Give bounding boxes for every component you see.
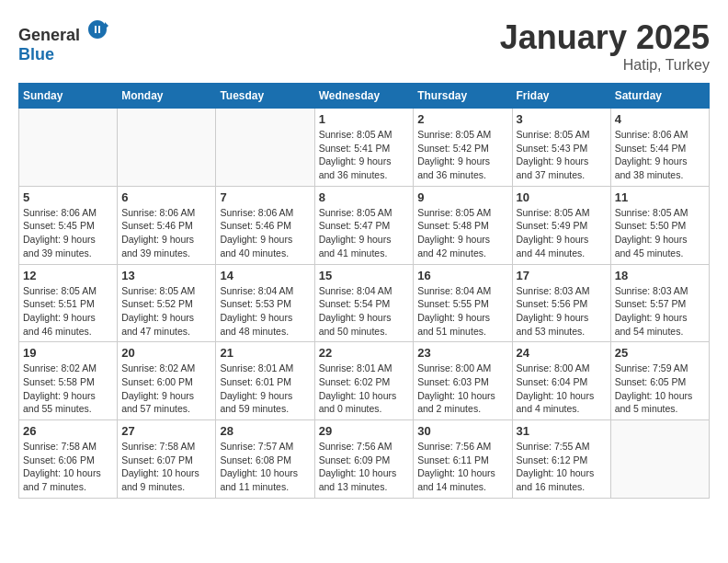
day-info: Sunrise: 8:01 AM Sunset: 6:01 PM Dayligh… (220, 362, 310, 416)
day-info: Sunrise: 7:56 AM Sunset: 6:11 PM Dayligh… (417, 440, 507, 494)
calendar-cell: 27Sunrise: 7:58 AM Sunset: 6:07 PM Dayli… (118, 420, 216, 499)
calendar-cell: 16Sunrise: 8:04 AM Sunset: 5:55 PM Dayli… (414, 264, 512, 342)
day-info: Sunrise: 8:00 AM Sunset: 6:04 PM Dayligh… (517, 362, 607, 416)
calendar-cell: 22Sunrise: 8:01 AM Sunset: 6:02 PM Dayli… (314, 342, 414, 420)
calendar-cell: 23Sunrise: 8:00 AM Sunset: 6:03 PM Dayli… (414, 342, 512, 420)
day-info: Sunrise: 8:05 AM Sunset: 5:49 PM Dayligh… (517, 206, 607, 260)
day-number: 14 (220, 269, 310, 282)
day-info: Sunrise: 8:05 AM Sunset: 5:48 PM Dayligh… (417, 206, 507, 260)
day-info: Sunrise: 7:59 AM Sunset: 6:05 PM Dayligh… (615, 362, 705, 416)
day-info: Sunrise: 7:58 AM Sunset: 6:06 PM Dayligh… (23, 440, 113, 494)
calendar-cell (118, 109, 216, 187)
week-row-0: 1Sunrise: 8:05 AM Sunset: 5:41 PM Daylig… (19, 109, 710, 187)
week-row-4: 26Sunrise: 7:58 AM Sunset: 6:06 PM Dayli… (19, 420, 710, 499)
day-info: Sunrise: 7:55 AM Sunset: 6:12 PM Dayligh… (517, 440, 607, 494)
month-title: January 2025 (500, 18, 710, 57)
title-block: January 2025 Hatip, Turkey (500, 18, 710, 74)
calendar-cell: 25Sunrise: 7:59 AM Sunset: 6:05 PM Dayli… (610, 342, 709, 420)
weekday-header-tuesday: Tuesday (216, 84, 314, 109)
weekday-header-monday: Monday (118, 84, 216, 109)
day-number: 17 (517, 269, 607, 282)
day-info: Sunrise: 8:05 AM Sunset: 5:47 PM Dayligh… (319, 206, 410, 260)
day-info: Sunrise: 8:04 AM Sunset: 5:55 PM Dayligh… (417, 284, 507, 339)
week-row-2: 12Sunrise: 8:05 AM Sunset: 5:51 PM Dayli… (19, 264, 710, 342)
calendar-cell: 7Sunrise: 8:06 AM Sunset: 5:46 PM Daylig… (216, 186, 314, 264)
day-number: 2 (417, 112, 507, 126)
calendar-cell: 10Sunrise: 8:05 AM Sunset: 5:49 PM Dayli… (512, 186, 610, 264)
weekday-header-saturday: Saturday (610, 84, 709, 109)
day-number: 16 (417, 269, 507, 282)
day-info: Sunrise: 7:56 AM Sunset: 6:09 PM Dayligh… (319, 440, 410, 494)
day-info: Sunrise: 8:06 AM Sunset: 5:46 PM Dayligh… (121, 206, 211, 260)
day-info: Sunrise: 8:02 AM Sunset: 6:00 PM Dayligh… (121, 362, 211, 416)
calendar-table: SundayMondayTuesdayWednesdayThursdayFrid… (18, 83, 710, 499)
day-info: Sunrise: 8:01 AM Sunset: 6:02 PM Dayligh… (319, 362, 410, 416)
calendar-cell: 11Sunrise: 8:05 AM Sunset: 5:50 PM Dayli… (610, 186, 709, 264)
day-number: 21 (220, 346, 310, 360)
calendar-cell: 15Sunrise: 8:04 AM Sunset: 5:54 PM Dayli… (314, 264, 414, 342)
day-info: Sunrise: 8:05 AM Sunset: 5:50 PM Dayligh… (615, 206, 705, 260)
calendar-cell: 14Sunrise: 8:04 AM Sunset: 5:53 PM Dayli… (216, 264, 314, 342)
day-info: Sunrise: 8:02 AM Sunset: 5:58 PM Dayligh… (23, 362, 113, 416)
calendar-cell (610, 420, 709, 499)
day-info: Sunrise: 8:00 AM Sunset: 6:03 PM Dayligh… (417, 362, 507, 416)
calendar-cell: 18Sunrise: 8:03 AM Sunset: 5:57 PM Dayli… (610, 264, 709, 342)
day-number: 1 (319, 112, 410, 126)
day-info: Sunrise: 8:06 AM Sunset: 5:45 PM Dayligh… (23, 206, 113, 260)
day-info: Sunrise: 8:03 AM Sunset: 5:56 PM Dayligh… (517, 284, 607, 339)
location-title: Hatip, Turkey (500, 57, 710, 74)
day-number: 9 (417, 190, 507, 204)
calendar-cell: 26Sunrise: 7:58 AM Sunset: 6:06 PM Dayli… (19, 420, 118, 499)
day-number: 23 (417, 346, 507, 360)
calendar-cell: 1Sunrise: 8:05 AM Sunset: 5:41 PM Daylig… (314, 109, 414, 187)
day-number: 15 (319, 269, 410, 282)
day-number: 24 (517, 346, 607, 360)
day-info: Sunrise: 8:05 AM Sunset: 5:42 PM Dayligh… (417, 128, 507, 182)
calendar-cell: 28Sunrise: 7:57 AM Sunset: 6:08 PM Dayli… (216, 420, 314, 499)
page-header: General Blue January 2025 Hatip, Turkey (18, 18, 710, 74)
day-number: 10 (517, 190, 607, 204)
day-number: 3 (517, 112, 607, 126)
day-info: Sunrise: 8:03 AM Sunset: 5:57 PM Dayligh… (615, 284, 705, 339)
day-number: 30 (417, 424, 507, 438)
calendar-cell: 21Sunrise: 8:01 AM Sunset: 6:01 PM Dayli… (216, 342, 314, 420)
day-number: 20 (121, 346, 211, 360)
calendar-cell: 8Sunrise: 8:05 AM Sunset: 5:47 PM Daylig… (314, 186, 414, 264)
weekday-header-sunday: Sunday (19, 84, 118, 109)
day-info: Sunrise: 7:57 AM Sunset: 6:08 PM Dayligh… (220, 440, 310, 494)
calendar-cell: 13Sunrise: 8:05 AM Sunset: 5:52 PM Dayli… (118, 264, 216, 342)
day-number: 18 (615, 269, 705, 282)
logo-text: General Blue (18, 18, 108, 64)
day-number: 28 (220, 424, 310, 438)
calendar-cell: 5Sunrise: 8:06 AM Sunset: 5:45 PM Daylig… (19, 186, 118, 264)
calendar-cell: 6Sunrise: 8:06 AM Sunset: 5:46 PM Daylig… (118, 186, 216, 264)
day-number: 31 (517, 424, 607, 438)
day-info: Sunrise: 7:58 AM Sunset: 6:07 PM Dayligh… (121, 440, 211, 494)
calendar-cell: 4Sunrise: 8:06 AM Sunset: 5:44 PM Daylig… (610, 109, 709, 187)
calendar-cell: 3Sunrise: 8:05 AM Sunset: 5:43 PM Daylig… (512, 109, 610, 187)
day-number: 13 (121, 269, 211, 282)
weekday-header-thursday: Thursday (414, 84, 512, 109)
logo: General Blue (18, 18, 108, 64)
day-number: 4 (615, 112, 705, 126)
calendar-cell: 9Sunrise: 8:05 AM Sunset: 5:48 PM Daylig… (414, 186, 512, 264)
day-number: 5 (23, 190, 113, 204)
week-row-1: 5Sunrise: 8:06 AM Sunset: 5:45 PM Daylig… (19, 186, 710, 264)
weekday-header-friday: Friday (512, 84, 610, 109)
day-info: Sunrise: 8:05 AM Sunset: 5:52 PM Dayligh… (121, 284, 211, 339)
day-info: Sunrise: 8:04 AM Sunset: 5:54 PM Dayligh… (319, 284, 410, 339)
logo-blue: Blue (18, 45, 54, 63)
day-number: 22 (319, 346, 410, 360)
day-info: Sunrise: 8:05 AM Sunset: 5:51 PM Dayligh… (23, 284, 113, 339)
calendar-cell: 2Sunrise: 8:05 AM Sunset: 5:42 PM Daylig… (414, 109, 512, 187)
logo-general: General (18, 26, 80, 44)
day-number: 12 (23, 269, 113, 282)
logo-icon (86, 18, 108, 40)
calendar-cell: 17Sunrise: 8:03 AM Sunset: 5:56 PM Dayli… (512, 264, 610, 342)
day-number: 7 (220, 190, 310, 204)
calendar-cell: 29Sunrise: 7:56 AM Sunset: 6:09 PM Dayli… (314, 420, 414, 499)
day-info: Sunrise: 8:06 AM Sunset: 5:46 PM Dayligh… (220, 206, 310, 260)
weekday-header-row: SundayMondayTuesdayWednesdayThursdayFrid… (19, 84, 710, 109)
day-number: 25 (615, 346, 705, 360)
day-number: 11 (615, 190, 705, 204)
